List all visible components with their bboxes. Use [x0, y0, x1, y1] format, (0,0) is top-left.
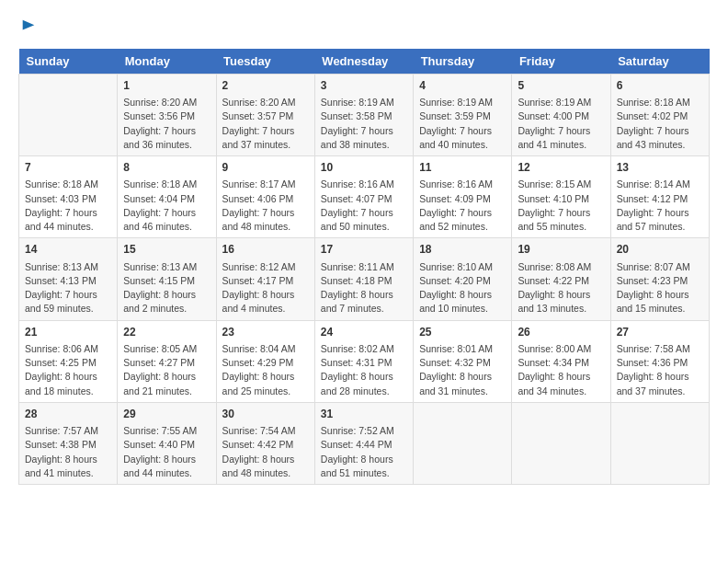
day-info: Sunrise: 8:01 AMSunset: 4:32 PMDaylight:… — [419, 342, 506, 398]
day-number: 29 — [123, 407, 210, 422]
calendar-cell: 30Sunrise: 7:54 AMSunset: 4:42 PMDayligh… — [216, 402, 314, 484]
calendar-cell: 4Sunrise: 8:19 AMSunset: 3:59 PMDaylight… — [414, 74, 512, 155]
header-day-friday: Friday — [512, 49, 610, 75]
day-number: 8 — [123, 160, 210, 176]
calendar-cell: 9Sunrise: 8:17 AMSunset: 4:06 PMDaylight… — [216, 156, 314, 238]
header-day-wednesday: Wednesday — [314, 49, 413, 75]
week-row-5: 28Sunrise: 7:57 AMSunset: 4:38 PMDayligh… — [19, 402, 710, 484]
calendar-cell: 14Sunrise: 8:13 AMSunset: 4:13 PMDayligh… — [19, 238, 118, 320]
day-number: 7 — [25, 160, 111, 176]
day-number: 5 — [518, 78, 604, 94]
calendar-cell — [414, 402, 512, 484]
day-number: 26 — [518, 325, 604, 340]
day-info: Sunrise: 7:58 AMSunset: 4:36 PMDaylight:… — [617, 342, 703, 398]
day-number: 15 — [123, 242, 210, 258]
calendar-header: SundayMondayTuesdayWednesdayThursdayFrid… — [19, 49, 710, 75]
calendar-cell — [19, 74, 118, 155]
day-info: Sunrise: 8:18 AMSunset: 4:03 PMDaylight:… — [25, 178, 111, 234]
calendar-cell — [610, 402, 709, 484]
calendar-cell — [512, 402, 610, 484]
calendar-cell: 19Sunrise: 8:08 AMSunset: 4:22 PMDayligh… — [512, 238, 610, 320]
logo-flag-icon — [20, 18, 37, 35]
week-row-3: 14Sunrise: 8:13 AMSunset: 4:13 PMDayligh… — [19, 238, 710, 320]
day-number: 21 — [25, 325, 111, 340]
day-info: Sunrise: 8:19 AMSunset: 3:58 PMDaylight:… — [321, 96, 407, 152]
day-number: 2 — [222, 78, 309, 94]
day-info: Sunrise: 8:04 AMSunset: 4:29 PMDaylight:… — [222, 342, 309, 398]
day-number: 22 — [123, 325, 210, 340]
day-number: 16 — [222, 242, 309, 258]
day-number: 23 — [222, 325, 309, 340]
day-info: Sunrise: 8:17 AMSunset: 4:06 PMDaylight:… — [222, 178, 309, 234]
day-info: Sunrise: 7:55 AMSunset: 4:40 PMDaylight:… — [123, 424, 210, 480]
calendar-cell: 26Sunrise: 8:00 AMSunset: 4:34 PMDayligh… — [512, 320, 610, 402]
day-info: Sunrise: 8:06 AMSunset: 4:25 PMDaylight:… — [25, 342, 111, 398]
svg-marker-0 — [23, 20, 35, 30]
header-day-sunday: Sunday — [19, 49, 118, 75]
day-info: Sunrise: 8:18 AMSunset: 4:04 PMDaylight:… — [123, 178, 210, 234]
day-info: Sunrise: 8:16 AMSunset: 4:09 PMDaylight:… — [419, 178, 506, 234]
day-number: 18 — [419, 242, 506, 258]
day-number: 13 — [617, 160, 703, 176]
day-info: Sunrise: 7:52 AMSunset: 4:44 PMDaylight:… — [321, 424, 407, 480]
day-info: Sunrise: 8:20 AMSunset: 3:56 PMDaylight:… — [123, 96, 210, 152]
day-number: 3 — [321, 78, 407, 94]
calendar-cell: 29Sunrise: 7:55 AMSunset: 4:40 PMDayligh… — [118, 402, 216, 484]
day-number: 6 — [617, 78, 703, 94]
day-number: 14 — [25, 242, 111, 258]
day-number: 28 — [25, 407, 111, 422]
logo — [18, 18, 37, 40]
calendar-cell: 15Sunrise: 8:13 AMSunset: 4:15 PMDayligh… — [118, 238, 216, 320]
calendar-body: 1Sunrise: 8:20 AMSunset: 3:56 PMDaylight… — [19, 74, 710, 484]
week-row-4: 21Sunrise: 8:06 AMSunset: 4:25 PMDayligh… — [19, 320, 710, 402]
day-info: Sunrise: 8:13 AMSunset: 4:15 PMDaylight:… — [123, 260, 210, 316]
day-info: Sunrise: 8:08 AMSunset: 4:22 PMDaylight:… — [518, 260, 604, 316]
day-info: Sunrise: 8:19 AMSunset: 3:59 PMDaylight:… — [419, 96, 506, 152]
day-info: Sunrise: 8:05 AMSunset: 4:27 PMDaylight:… — [123, 342, 210, 398]
calendar-cell: 20Sunrise: 8:07 AMSunset: 4:23 PMDayligh… — [610, 238, 709, 320]
day-info: Sunrise: 8:15 AMSunset: 4:10 PMDaylight:… — [518, 178, 604, 234]
day-number: 11 — [419, 160, 506, 176]
day-number: 24 — [321, 325, 407, 340]
day-info: Sunrise: 8:14 AMSunset: 4:12 PMDaylight:… — [617, 178, 703, 234]
day-info: Sunrise: 8:00 AMSunset: 4:34 PMDaylight:… — [518, 342, 604, 398]
day-info: Sunrise: 8:10 AMSunset: 4:20 PMDaylight:… — [419, 260, 506, 316]
day-info: Sunrise: 8:16 AMSunset: 4:07 PMDaylight:… — [321, 178, 407, 234]
day-number: 9 — [222, 160, 309, 176]
calendar-cell: 6Sunrise: 8:18 AMSunset: 4:02 PMDaylight… — [610, 74, 709, 155]
calendar-cell: 1Sunrise: 8:20 AMSunset: 3:56 PMDaylight… — [118, 74, 216, 155]
day-info: Sunrise: 8:07 AMSunset: 4:23 PMDaylight:… — [617, 260, 703, 316]
day-info: Sunrise: 7:54 AMSunset: 4:42 PMDaylight:… — [222, 424, 309, 480]
day-info: Sunrise: 8:02 AMSunset: 4:31 PMDaylight:… — [321, 342, 407, 398]
day-number: 12 — [518, 160, 604, 176]
calendar-cell: 24Sunrise: 8:02 AMSunset: 4:31 PMDayligh… — [314, 320, 413, 402]
day-info: Sunrise: 8:13 AMSunset: 4:13 PMDaylight:… — [25, 260, 111, 316]
day-info: Sunrise: 8:18 AMSunset: 4:02 PMDaylight:… — [617, 96, 703, 152]
page-header — [18, 18, 710, 40]
day-number: 30 — [222, 407, 309, 422]
day-number: 27 — [617, 325, 703, 340]
header-day-tuesday: Tuesday — [216, 49, 314, 75]
calendar-cell: 7Sunrise: 8:18 AMSunset: 4:03 PMDaylight… — [19, 156, 118, 238]
calendar-cell: 2Sunrise: 8:20 AMSunset: 3:57 PMDaylight… — [216, 74, 314, 155]
header-row: SundayMondayTuesdayWednesdayThursdayFrid… — [19, 49, 710, 75]
header-day-monday: Monday — [118, 49, 216, 75]
calendar-cell: 17Sunrise: 8:11 AMSunset: 4:18 PMDayligh… — [314, 238, 413, 320]
week-row-2: 7Sunrise: 8:18 AMSunset: 4:03 PMDaylight… — [19, 156, 710, 238]
week-row-1: 1Sunrise: 8:20 AMSunset: 3:56 PMDaylight… — [19, 74, 710, 155]
calendar-cell: 8Sunrise: 8:18 AMSunset: 4:04 PMDaylight… — [118, 156, 216, 238]
calendar-cell: 16Sunrise: 8:12 AMSunset: 4:17 PMDayligh… — [216, 238, 314, 320]
calendar-cell: 28Sunrise: 7:57 AMSunset: 4:38 PMDayligh… — [19, 402, 118, 484]
header-day-saturday: Saturday — [610, 49, 709, 75]
day-number: 4 — [419, 78, 506, 94]
day-info: Sunrise: 8:20 AMSunset: 3:57 PMDaylight:… — [222, 96, 309, 152]
day-number: 17 — [321, 242, 407, 258]
calendar-cell: 12Sunrise: 8:15 AMSunset: 4:10 PMDayligh… — [512, 156, 610, 238]
day-info: Sunrise: 8:12 AMSunset: 4:17 PMDaylight:… — [222, 260, 309, 316]
day-number: 31 — [321, 407, 407, 422]
day-number: 1 — [123, 78, 210, 94]
calendar-cell: 5Sunrise: 8:19 AMSunset: 4:00 PMDaylight… — [512, 74, 610, 155]
header-day-thursday: Thursday — [414, 49, 512, 75]
day-number: 25 — [419, 325, 506, 340]
calendar-cell: 21Sunrise: 8:06 AMSunset: 4:25 PMDayligh… — [19, 320, 118, 402]
